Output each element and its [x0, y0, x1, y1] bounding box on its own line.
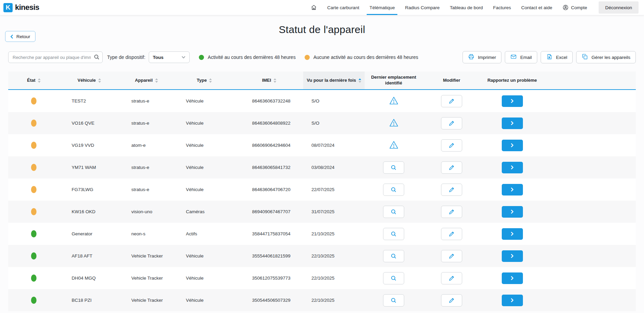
excel-button[interactable]: Excel: [541, 51, 573, 63]
report-problem-button[interactable]: [502, 118, 523, 129]
column-header-type[interactable]: Type: [174, 72, 235, 89]
column-header-label: Dernier emplacement identifié: [367, 75, 420, 86]
last-seen-cell: S/O: [303, 98, 365, 104]
edit-button[interactable]: [441, 228, 462, 240]
chevron-right-icon: [511, 276, 514, 280]
nav-item-radius-compare[interactable]: Radius Compare: [405, 0, 439, 15]
edit-button[interactable]: [441, 250, 462, 262]
edit-button[interactable]: [441, 117, 462, 129]
sort-arrows-icon: [209, 78, 212, 83]
column-header-etat[interactable]: État: [8, 72, 59, 89]
report-problem-button[interactable]: [502, 206, 523, 218]
locate-button[interactable]: [383, 294, 404, 307]
column-header-appareil[interactable]: Appareil: [119, 72, 174, 89]
status-dot: [31, 164, 36, 171]
locate-button[interactable]: [383, 250, 404, 262]
column-header-label: État: [27, 78, 35, 83]
nav-item-contact-et-aide[interactable]: Contact et aide: [521, 0, 552, 15]
device-cell: Vehicle Tracker: [119, 253, 174, 259]
chevron-right-icon: [511, 209, 514, 214]
sort-arrows-icon: [358, 78, 361, 83]
gerer-les-appareils-button[interactable]: Gérer les appareils: [576, 51, 636, 63]
nav-item-factures[interactable]: Factures: [493, 0, 511, 15]
account-link[interactable]: Compte: [562, 4, 587, 11]
account-icon: [562, 4, 569, 11]
report-problem-button[interactable]: [502, 295, 523, 306]
device-cell: vision-uno: [119, 209, 174, 214]
edit-button[interactable]: [441, 161, 462, 174]
locate-button[interactable]: [383, 184, 404, 196]
status-dot: [31, 230, 36, 237]
table-header-row: État Véhicule Appareil Type IMEI Vu pour…: [8, 72, 636, 90]
action-button-label: Imprimer: [478, 55, 496, 60]
search-input[interactable]: [8, 51, 103, 63]
search-icon: [391, 209, 397, 215]
report-problem-button[interactable]: [502, 250, 523, 262]
action-button-label: Excel: [556, 55, 567, 60]
brand-logo[interactable]: K kinesis: [3, 3, 39, 12]
edit-button[interactable]: [441, 184, 462, 196]
column-header-imei[interactable]: IMEI: [235, 72, 303, 89]
status-dot: [31, 120, 36, 127]
brand-name: kinesis: [15, 3, 39, 12]
search-icon: [94, 54, 100, 60]
edit-button[interactable]: [441, 294, 462, 307]
nav-item-telematique[interactable]: Télématique: [369, 0, 395, 15]
chevron-right-icon: [511, 254, 514, 258]
report-problem-button[interactable]: [502, 95, 523, 107]
device-cell: Vehicle Tracker: [119, 276, 174, 281]
legend-item-active: Activité au cours des dernières 48 heure…: [199, 54, 296, 60]
type-cell: Véhicule: [174, 298, 235, 303]
locate-button[interactable]: [383, 161, 404, 174]
legend-label: Activité au cours des dernières 48 heure…: [208, 54, 296, 60]
column-header-label: Modifier: [443, 78, 460, 83]
report-problem-button[interactable]: [502, 162, 523, 173]
report-problem-button[interactable]: [502, 228, 523, 240]
report-problem-button[interactable]: [502, 140, 523, 151]
nav-item-tableau-de-bord[interactable]: Tableau de bord: [450, 0, 483, 15]
locate-button[interactable]: [383, 228, 404, 240]
locate-button[interactable]: [383, 272, 404, 284]
warning-icon: [389, 119, 398, 128]
imei-cell: 355544061821599: [235, 253, 303, 259]
nav-home[interactable]: [311, 0, 317, 15]
pencil-icon: [449, 120, 455, 126]
column-header-label: Rapportez un problème: [487, 78, 537, 83]
logout-button[interactable]: Déconnexion: [599, 1, 639, 14]
location-cell: [365, 250, 423, 262]
device-type-label: Type de dispositif:: [107, 54, 145, 60]
edit-button[interactable]: [441, 95, 462, 107]
chevron-down-icon: [181, 56, 186, 59]
chevron-right-icon: [511, 143, 514, 147]
edit-button[interactable]: [441, 206, 462, 218]
status-dot: [31, 97, 36, 105]
imprimer-button[interactable]: Imprimer: [463, 51, 501, 63]
excel-icon: [546, 53, 553, 61]
imei-cell: 866069064294604: [235, 143, 303, 148]
locate-button[interactable]: [383, 206, 404, 218]
status-dot: [31, 142, 36, 149]
vehicle-cell: Generator: [59, 231, 119, 236]
email-button[interactable]: Email: [505, 51, 537, 63]
column-header-vehicule[interactable]: Véhicule: [59, 72, 119, 89]
column-header-label: Véhicule: [77, 78, 96, 83]
column-header-vu-pour-la-derniere-fois[interactable]: Vu pour la dernière fois: [303, 72, 365, 89]
imei-cell: 864636064808922: [235, 121, 303, 126]
nav-item-carte-carburant[interactable]: Carte carburant: [327, 0, 359, 15]
type-cell: Véhicule: [174, 98, 235, 104]
device-type-select[interactable]: Tous: [149, 51, 190, 63]
imei-cell: 869409067467707: [235, 209, 303, 214]
vehicle-cell: DH04 MGQ: [59, 276, 119, 281]
nav-items: Carte carburantTélématiqueRadius Compare…: [327, 0, 552, 15]
pencil-icon: [449, 231, 455, 237]
edit-button[interactable]: [441, 272, 462, 284]
edit-button[interactable]: [441, 139, 462, 152]
back-button[interactable]: Retour: [5, 31, 35, 42]
pencil-icon: [449, 98, 455, 104]
device-cell: stratus-e: [119, 165, 174, 170]
vehicle-cell: YM71 WAM: [59, 165, 119, 170]
report-problem-button[interactable]: [502, 272, 523, 284]
search-icon: [391, 231, 397, 237]
location-cell: [365, 294, 423, 307]
report-problem-button[interactable]: [502, 184, 523, 195]
